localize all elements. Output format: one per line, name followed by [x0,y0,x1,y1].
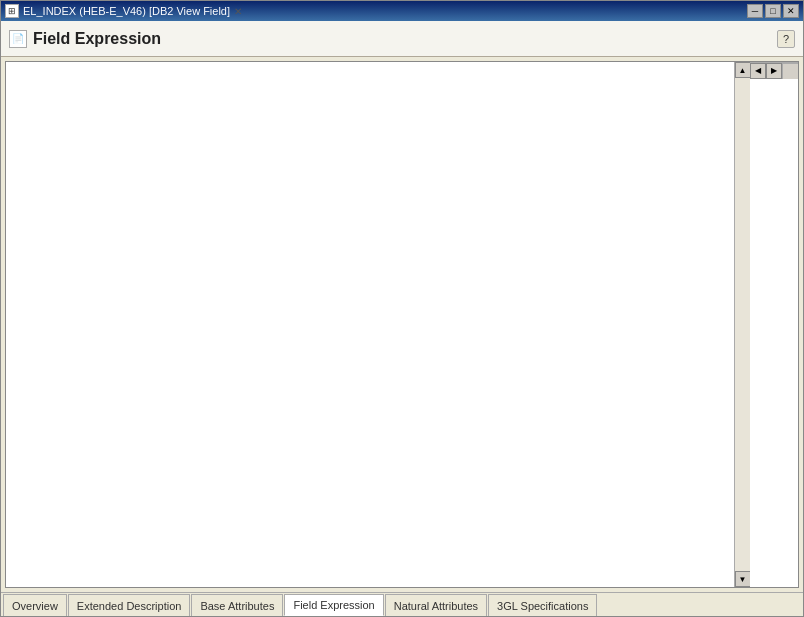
maximize-button[interactable]: □ [765,4,781,18]
header-icon: 📄 [9,30,27,48]
editor-area: ▲ ▼ ◀ ▶ [5,61,799,588]
document-icon: 📄 [12,33,24,44]
scroll-right-button[interactable]: ▶ [766,63,782,79]
title-bar-left: ⊞ EL_INDEX (HEB-E_V46) [DB2 View Field] … [5,4,242,18]
scroll-down-button[interactable]: ▼ [735,571,751,587]
tab-extended-description[interactable]: Extended Description [68,594,191,616]
tab-base-attributes[interactable]: Base Attributes [191,594,283,616]
scroll-left-button[interactable]: ◀ [750,63,766,79]
editor-inner [6,62,734,587]
title-bar: ⊞ EL_INDEX (HEB-E_V46) [DB2 View Field] … [1,1,803,21]
window-icon: ⊞ [5,4,19,18]
tab-3gl-specifications[interactable]: 3GL Specifications [488,594,597,616]
scroll-up-button[interactable]: ▲ [735,62,751,78]
header-bar: 📄 Field Expression ? [1,21,803,57]
page-title: Field Expression [33,30,161,48]
window-title: EL_INDEX (HEB-E_V46) [DB2 View Field] [23,5,230,17]
scroll-track-vertical[interactable] [735,78,751,571]
tab-overview[interactable]: Overview [3,594,67,616]
main-window: ⊞ EL_INDEX (HEB-E_V46) [DB2 View Field] … [0,0,804,617]
main-content: ▲ ▼ ◀ ▶ [1,57,803,592]
window-controls: ─ □ ✕ [747,4,799,18]
tab-natural-attributes[interactable]: Natural Attributes [385,594,487,616]
tabs-bar: Overview Extended Description Base Attri… [1,592,803,616]
help-button[interactable]: ? [777,30,795,48]
close-button[interactable]: ✕ [783,4,799,18]
vertical-scrollbar[interactable]: ▲ ▼ [734,62,750,587]
minimize-button[interactable]: ─ [747,4,763,18]
horizontal-scrollbar[interactable]: ◀ ▶ [750,62,798,78]
tab-close-icon[interactable]: ✕ [234,6,242,17]
field-expression-input[interactable] [6,62,734,587]
tab-field-expression[interactable]: Field Expression [284,594,383,616]
scroll-corner [782,63,798,79]
editor-wrapper: ▲ ▼ ◀ ▶ [5,61,799,588]
header-left: 📄 Field Expression [9,30,161,48]
editor-scroll-container: ▲ ▼ [6,62,750,587]
